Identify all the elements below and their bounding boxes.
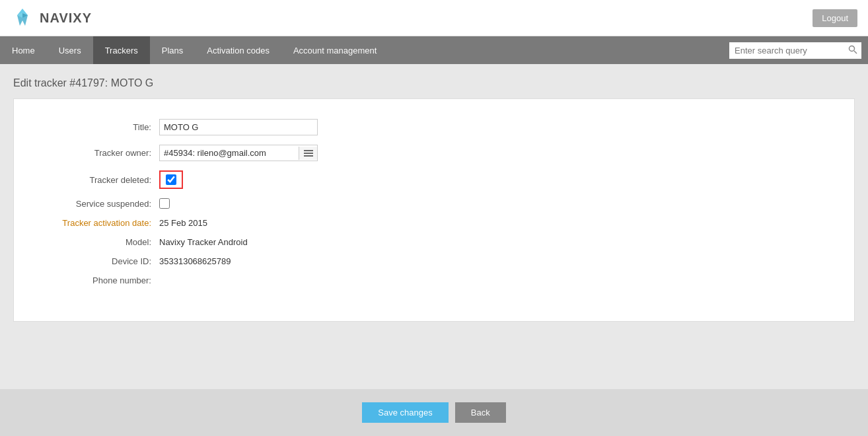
navixy-logo-icon bbox=[11, 6, 34, 30]
owner-menu-button[interactable] bbox=[299, 147, 317, 160]
title-input[interactable] bbox=[159, 119, 318, 135]
nav-account-management[interactable]: Account management bbox=[281, 36, 388, 64]
title-row: Title: bbox=[27, 119, 841, 135]
search-area bbox=[723, 36, 868, 64]
owner-row: Tracker owner: #45934: rileno@gmail.com bbox=[27, 145, 841, 161]
owner-wrapper: #45934: rileno@gmail.com bbox=[159, 145, 318, 161]
nav-home[interactable]: Home bbox=[0, 36, 47, 64]
nav-plans[interactable]: Plans bbox=[150, 36, 196, 64]
model-row: Model: Navixy Tracker Android bbox=[27, 237, 841, 247]
logo-text: NAVIXY bbox=[40, 11, 92, 26]
activation-value: 25 Feb 2015 bbox=[159, 218, 207, 228]
content-area: Edit tracker #41797: MOTO G Title: Track… bbox=[0, 64, 868, 389]
deleted-highlight bbox=[159, 170, 183, 189]
search-icon-button[interactable] bbox=[848, 45, 857, 56]
search-icon bbox=[848, 45, 857, 54]
footer-bar: Save changes Back bbox=[0, 389, 868, 436]
nav-trackers[interactable]: Trackers bbox=[93, 36, 150, 64]
model-label: Model: bbox=[27, 237, 159, 247]
phone-label: Phone number: bbox=[27, 275, 159, 285]
owner-value: #45934: rileno@gmail.com bbox=[160, 145, 299, 161]
device-id-value: 353313068625789 bbox=[159, 256, 231, 266]
menu-icon bbox=[304, 149, 313, 157]
top-bar: NAVIXY Logout bbox=[0, 0, 868, 36]
search-input[interactable] bbox=[729, 42, 861, 59]
title-label: Title: bbox=[27, 122, 159, 132]
nav-activation-codes[interactable]: Activation codes bbox=[195, 36, 281, 64]
device-id-row: Device ID: 353313068625789 bbox=[27, 256, 841, 266]
deleted-label: Tracker deleted: bbox=[27, 175, 159, 185]
save-button[interactable]: Save changes bbox=[362, 402, 448, 423]
activation-row: Tracker activation date: 25 Feb 2015 bbox=[27, 218, 841, 228]
svg-rect-8 bbox=[304, 155, 313, 157]
back-button[interactable]: Back bbox=[455, 402, 506, 423]
svg-rect-7 bbox=[304, 153, 313, 154]
form-card: Title: Tracker owner: #45934: rileno@gma… bbox=[13, 98, 855, 322]
search-wrapper bbox=[729, 42, 861, 59]
phone-row: Phone number: bbox=[27, 275, 841, 285]
svg-rect-6 bbox=[304, 150, 313, 151]
suspended-checkbox[interactable] bbox=[159, 198, 170, 209]
main-wrapper: Edit tracker #41797: MOTO G Title: Track… bbox=[0, 64, 868, 436]
activation-label: Tracker activation date: bbox=[27, 218, 159, 228]
suspended-row: Service suspended: bbox=[27, 198, 841, 209]
svg-line-5 bbox=[854, 51, 857, 54]
suspended-label: Service suspended: bbox=[27, 199, 159, 209]
nav-users[interactable]: Users bbox=[47, 36, 93, 64]
owner-label: Tracker owner: bbox=[27, 148, 159, 158]
nav-bar: Home Users Trackers Plans Activation cod… bbox=[0, 36, 868, 64]
model-value: Navixy Tracker Android bbox=[159, 237, 248, 247]
svg-point-4 bbox=[850, 46, 855, 51]
deleted-row: Tracker deleted: bbox=[27, 170, 841, 189]
logout-button[interactable]: Logout bbox=[813, 9, 857, 27]
page-content: Edit tracker #41797: MOTO G Title: Track… bbox=[0, 64, 868, 322]
logo-area: NAVIXY bbox=[11, 6, 92, 30]
page-title: Edit tracker #41797: MOTO G bbox=[13, 77, 855, 89]
deleted-checkbox[interactable] bbox=[166, 174, 176, 185]
device-id-label: Device ID: bbox=[27, 256, 159, 266]
